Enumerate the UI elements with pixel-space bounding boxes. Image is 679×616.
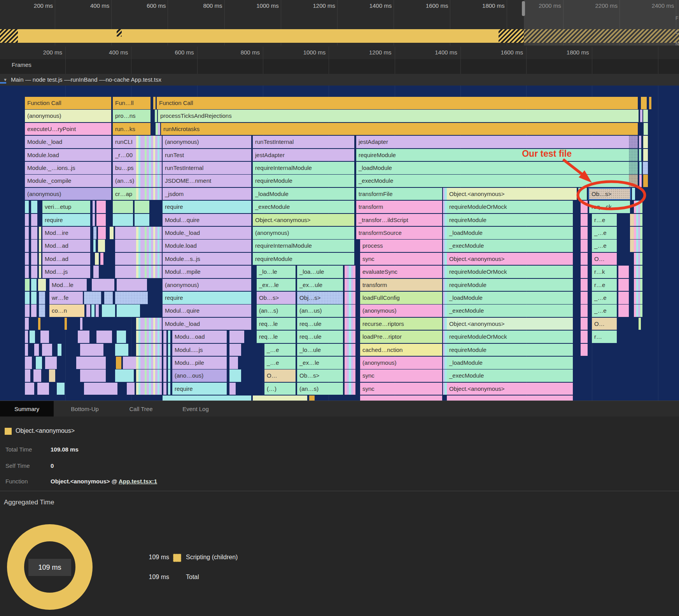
flame-block[interactable]: require [172, 383, 227, 395]
flame-block[interactable]: loadFullConfig [360, 292, 442, 304]
flame-block[interactable]: req…ule [297, 318, 343, 330]
flame-block[interactable]: requireInternalModule [253, 162, 354, 174]
flame-block[interactable]: requireModule [447, 214, 573, 226]
flame-block[interactable]: (anonymous) [163, 279, 251, 291]
source-location-link[interactable]: App.test.tsx:1 [119, 478, 157, 485]
overview-window-handle[interactable] [522, 1, 525, 16]
tab-call-tree[interactable]: Call Tree [122, 401, 159, 417]
flame-block[interactable]: (anonymous) [163, 136, 251, 148]
flame-block[interactable]: requireModule [253, 253, 354, 265]
flame-block[interactable]: cached…nction [360, 344, 442, 356]
flame-block[interactable]: _ex…le [297, 357, 343, 369]
flame-block[interactable]: transform [356, 201, 442, 213]
flame-block[interactable]: req…ule [297, 331, 343, 343]
flame-block[interactable]: req…le [257, 318, 296, 330]
flame-block[interactable]: O… [592, 318, 617, 330]
flame-block[interactable]: Mod…ire [42, 227, 90, 239]
flame-block[interactable]: Mod…ad [42, 253, 90, 265]
flame-block[interactable]: JSDOME…nment [163, 175, 251, 187]
flame-block[interactable]: recurse…riptors [360, 318, 442, 330]
flame-block[interactable]: _execModule [356, 175, 629, 187]
flame-block[interactable]: _execModule [447, 240, 573, 252]
flame-block[interactable]: Module.load [163, 240, 251, 252]
flame-block[interactable]: run…ks [113, 123, 150, 135]
tab-event-log[interactable]: Event Log [175, 401, 217, 417]
flame-block[interactable]: (anonymous) [360, 304, 442, 317]
flame-block[interactable]: runMicrotasks [161, 123, 638, 135]
flame-block[interactable]: transformFile [356, 188, 442, 200]
flame-block[interactable]: Object.<anonymous> [253, 214, 354, 226]
flame-block[interactable]: Modu…oad [172, 331, 227, 343]
flame-block[interactable]: _execModule [253, 201, 354, 213]
flame-block[interactable]: sync [360, 253, 442, 265]
flame-block[interactable]: wr…fe [49, 292, 83, 304]
flame-block[interactable]: requireModuleOrMock [447, 201, 573, 213]
flame-block[interactable]: requireModule [253, 175, 354, 187]
flame-block[interactable]: _loadModule [356, 162, 629, 174]
flame-block[interactable]: r… [592, 331, 617, 343]
flame-block[interactable]: (an…s) [297, 383, 343, 395]
flame-block[interactable]: (anonymous) [360, 357, 442, 369]
flame-block[interactable]: _transfor…ildScript [356, 214, 442, 226]
flame-block[interactable]: jestAdapter [253, 149, 354, 161]
flame-block[interactable]: _jsdom [163, 188, 251, 200]
collapse-triangle-icon[interactable]: ▼ [3, 74, 7, 86]
timeline-overview[interactable]: 200 ms400 ms600 ms800 ms1000 ms1200 ms14… [0, 0, 679, 47]
flame-block[interactable]: requireModule [447, 344, 573, 356]
flame-block[interactable]: _loadModule [447, 292, 573, 304]
flame-chart[interactable]: Function CallFun…llFunction Call(anonymo… [0, 86, 679, 401]
flame-block[interactable]: (ano…ous) [172, 369, 227, 382]
flame-block[interactable]: Modul.....js [172, 344, 227, 356]
flame-block[interactable]: sync [360, 383, 442, 395]
flame-block[interactable]: req…le [257, 331, 296, 343]
tab-bottom-up[interactable]: Bottom-Up [61, 401, 108, 417]
flame-block[interactable]: Modul…quire [163, 214, 251, 226]
flame-block[interactable]: r…k [592, 266, 617, 278]
flame-block[interactable]: Object.<anonymous> [447, 383, 573, 395]
flame-block[interactable]: executeU…ryPoint [25, 123, 111, 135]
flame-block[interactable]: r…e [592, 214, 617, 226]
flame-block[interactable]: _…e [592, 227, 617, 239]
flame-block[interactable]: Modul…mpile [163, 266, 251, 278]
flame-block[interactable]: _ex…le [257, 279, 296, 291]
main-thread-track-header[interactable]: ▼ Main — node test.js ––runInBand ––no-c… [0, 74, 679, 86]
flame-block[interactable]: r…e [592, 279, 617, 291]
flame-block[interactable]: Obj…s> [297, 292, 343, 304]
flame-block[interactable]: runTestInternal [253, 136, 354, 148]
frames-track[interactable] [0, 59, 679, 74]
flame-block[interactable]: require [163, 292, 251, 304]
flame-block[interactable]: Module…s..js [163, 253, 251, 265]
flame-block[interactable]: _…e [264, 344, 296, 356]
flame-block[interactable]: jestAdapter [356, 136, 629, 148]
flame-block[interactable]: requireModule [447, 279, 573, 291]
flame-block[interactable]: evaluateSync [360, 266, 442, 278]
flame-block[interactable]: Module._load [163, 318, 251, 330]
flame-block[interactable]: (an…s) [257, 304, 296, 317]
flame-block[interactable]: req…ck [589, 201, 630, 213]
flame-block[interactable]: Mod…ad [42, 240, 90, 252]
flame-block[interactable]: _execModule [447, 369, 573, 382]
flame-block[interactable]: requireModuleOrMock [447, 331, 573, 343]
flame-block[interactable]: _…e [592, 304, 617, 317]
flame-block[interactable]: O… [264, 369, 296, 382]
flame-block[interactable]: co…n [49, 304, 84, 317]
flame-block[interactable]: Ob…s> [257, 292, 296, 304]
tab-summary[interactable]: Summary [0, 401, 54, 417]
flame-block[interactable]: runTest [163, 149, 251, 161]
flame-block[interactable]: pro…ns [113, 110, 150, 122]
flame-block[interactable]: Module._load [25, 136, 111, 148]
flame-block[interactable]: Fun…ll [113, 97, 150, 109]
flame-block[interactable]: _loadModule [447, 227, 573, 239]
flame-block[interactable]: require [163, 201, 251, 213]
flame-block[interactable]: _…e [592, 292, 617, 304]
flame-block[interactable]: (…) [264, 383, 296, 395]
flame-block[interactable]: transformSource [356, 227, 442, 239]
flame-block[interactable]: (anonymous) [253, 227, 354, 239]
flame-block[interactable]: require [42, 214, 90, 226]
flame-block[interactable]: Module.load [25, 149, 111, 161]
flame-block[interactable]: _…e [592, 240, 617, 252]
flame-block[interactable]: Module._compile [25, 175, 111, 187]
flame-block[interactable]: Module._load [163, 227, 251, 239]
flame-block[interactable]: _execModule [447, 304, 573, 317]
flame-block[interactable]: Ob…s> [297, 369, 343, 382]
